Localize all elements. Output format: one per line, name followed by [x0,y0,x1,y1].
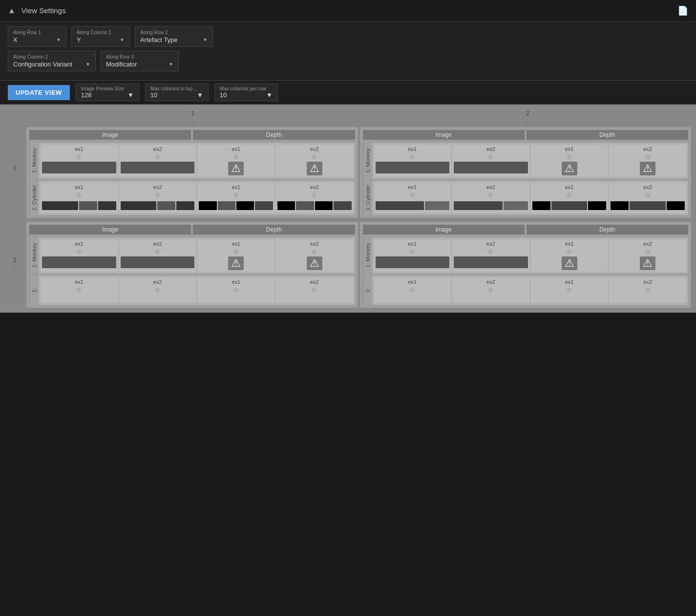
depth-ex2-label: ex2 [277,146,352,152]
cell-depth-ex2: ex2 ☆ ⚠ [276,145,353,177]
controls-area: Along Row 1 X ▼ Along Column 1 Y ▼ Along… [0,21,696,81]
header: ▲ View Settings 📄 [0,0,696,21]
col-1-number: 1 [191,109,194,117]
toolbar: UPDATE VIEW Image Preview Size 128 ▼ Max… [0,81,696,105]
partial-row-2-col2: 1: ex1 ☆ ex2 ☆ ex1 [363,276,689,305]
max-cols-row-label: Max columns per row [220,86,273,91]
cell-ex1-img [42,162,116,173]
along-row-1-dropdown[interactable]: Along Row 1 X ▼ [8,26,66,47]
dropdowns-row-1: Along Row 1 X ▼ Along Column 1 Y ▼ Along… [8,26,688,47]
chevron-down-icon: ▼ [266,91,273,99]
along-row-2-label: Along Row 2 [140,30,208,35]
col-2-number: 2 [526,109,529,117]
row-1-container: 1 ☆ Image Depth 1: Monkey ex1 ☆ [5,127,691,218]
image-preview-label: Image Preview Size [81,86,134,91]
along-row-3-value: Modificator ▼ [106,61,173,68]
warning-tri-2: ⚠ [277,162,352,175]
cylinder-label-1: 1: Cylinder [29,181,39,215]
warning-tri-1: ⚠ [199,162,273,175]
chevron-down-icon: ▼ [120,37,125,42]
row-2-container: 2 ☆ Image Depth 1: Monkey ex1 ☆ [5,222,691,308]
along-col-1-dropdown[interactable]: Along Column 1 Y ▼ [71,26,130,47]
depth-ex1-star[interactable]: ☆ [199,153,273,161]
header-title: View Settings [21,6,677,15]
cylinder-row-1: 1: Cylinder ex1 ☆ [29,181,355,215]
depth-col-header: Depth [193,130,355,140]
cylinder-content-1: ex1 ☆ ex2 ☆ [39,181,355,215]
main-content: 1 ☆ 2 ☆ 1 ☆ Image Depth 1: Monkey [0,105,696,313]
max-cols-row-dropdown[interactable]: Max columns per row 10 ▼ [214,84,278,101]
outer-col-headers: 1 ☆ 2 ☆ [5,109,691,127]
section-2-2: Image Depth 1: Monkey ex1 ☆ ex2 [360,222,692,308]
row-2-number: 2 [13,256,16,264]
along-col-2-dropdown[interactable]: Along Column 2 Configuration Variant ▼ [8,51,96,71]
cell-img-ex1: ex1 ☆ [41,145,118,177]
along-row-2-dropdown[interactable]: Along Row 2 Artefact Type ▼ [135,26,213,47]
along-row-1-value: X ▼ [13,36,61,43]
cell-img-ex2: ex2 ☆ [119,145,196,177]
max-cols-top-value: 10 ▼ [150,91,203,99]
along-row-2-value: Artefact Type ▼ [140,36,208,43]
along-row-3-label: Along Row 3 [106,54,173,60]
monkey-label-1: 1: Monkey [29,143,39,179]
img-thumb-1 [43,163,115,172]
doc-icon[interactable]: 📄 [677,5,688,16]
section-2-1: Image Depth 1: Monkey ex1 ☆ ex2 [26,222,358,308]
row-1-star[interactable]: ☆ [11,171,18,181]
along-col-1-label: Along Column 1 [77,30,125,35]
row-2-label: 2 ☆ [5,222,24,308]
cylinder-row-2-partial: 1: ex1 ☆ ex2 ☆ ex1 [29,276,355,305]
max-cols-top-dropdown[interactable]: Max columns in top ... 10 ▼ [145,84,209,101]
section-1-2: Image Depth 1: Monkey ex1 ☆ ex2 [360,127,692,218]
monkey-content-1: ex1 ☆ ex2 ☆ [39,143,355,179]
cell-ex1-label: ex1 [42,146,116,152]
image-subcols-1: ex1 ☆ ex2 ☆ [41,145,196,177]
image-col-header: Image [29,130,191,140]
along-col-2-value: Configuration Variant ▼ [13,61,90,68]
depth-ex1-label: ex1 [199,146,273,152]
cell-ex2-img [121,162,195,173]
image-preview-value: 128 ▼ [81,91,134,99]
chevron-down-icon: ▼ [127,91,134,99]
depth-subcols-1: ex1 ☆ ⚠ ex2 ☆ ⚠ [197,145,353,177]
chevron-down-icon: ▼ [85,62,90,67]
along-row-1-label: Along Row 1 [13,30,61,35]
chevron-down-icon: ▼ [197,91,203,99]
img-thumb-2 [122,163,194,172]
col-1-star[interactable]: ☆ [190,118,196,127]
along-row-3-dropdown[interactable]: Along Row 3 Modificator ▼ [101,51,179,71]
depth-ex2-star[interactable]: ☆ [277,153,352,161]
col-2-star[interactable]: ☆ [524,118,531,127]
along-col-1-value: Y ▼ [77,36,125,43]
cell-ex2-star[interactable]: ☆ [121,153,195,161]
monkey-row-1-col2: 1: Monkey ex1 ☆ ex2 ☆ [363,143,689,179]
cell-depth-ex1: ex1 ☆ ⚠ [197,145,274,177]
dropdowns-row-2: Along Column 2 Configuration Variant ▼ A… [8,51,688,71]
chevron-down-icon: ▼ [169,62,173,67]
monkey-row-1: 1: Monkey ex1 ☆ [29,143,355,179]
chevron-down-icon: ▼ [56,37,61,42]
max-cols-row-value: 10 ▼ [220,91,273,99]
row-1-label: 1 ☆ [5,127,24,218]
along-col-2-label: Along Column 2 [13,54,90,60]
row-1-number: 1 [13,164,16,171]
monkey-row-2-col2: 1: Monkey ex1 ☆ ex2 ☆ [363,237,689,274]
section-col-headers: Image Depth [29,130,355,140]
collapse-chevron[interactable]: ▲ [8,6,16,15]
cell-ex1-star[interactable]: ☆ [42,153,116,161]
update-view-button[interactable]: UPDATE VIEW [8,85,70,100]
cell-ex2-label: ex2 [121,146,195,152]
cylinder-row-1-col2: 1: Cylinder ex1 ☆ ex2 [363,181,689,215]
section-1-1: Image Depth 1: Monkey ex1 ☆ [26,127,358,218]
monkey-row-2: 1: Monkey ex1 ☆ ex2 ☆ [29,237,355,274]
image-preview-size-dropdown[interactable]: Image Preview Size 128 ▼ [76,84,139,101]
max-cols-top-label: Max columns in top ... [150,86,203,91]
chevron-down-icon: ▼ [203,37,208,42]
row-2-star[interactable]: ☆ [11,264,18,273]
